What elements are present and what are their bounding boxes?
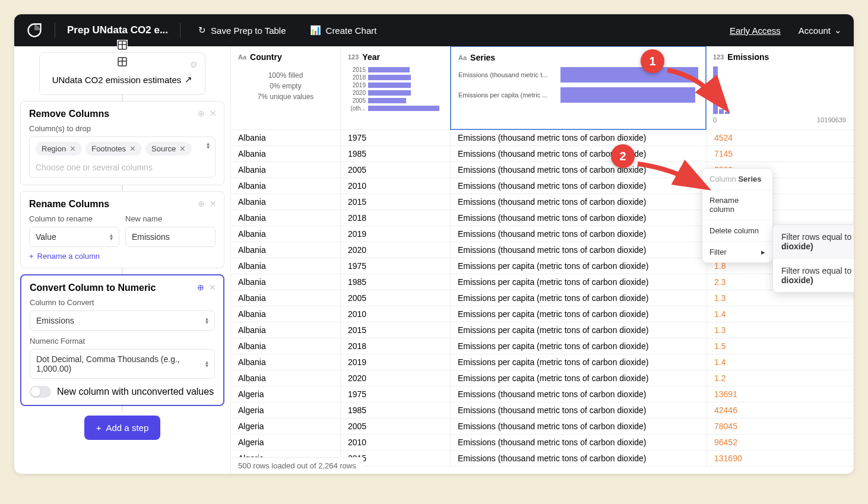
gear-icon[interactable]: ⚙ — [190, 60, 198, 69]
cell-emissions: 78045 — [707, 419, 854, 434]
early-access-link[interactable]: Early Access — [730, 26, 781, 36]
column-context-menu: Column Series Rename column Delete colum… — [702, 168, 773, 263]
cell-emissions: 13691 — [707, 386, 854, 402]
table-row[interactable]: Albania2005Emissions per capita (metric … — [231, 290, 854, 306]
cell-country: Albania — [231, 370, 341, 386]
step-convert-numeric[interactable]: ⊕ ✕ Convert Column to Numeric Column to … — [20, 274, 224, 406]
cell-country: Albania — [231, 178, 341, 194]
filter-option-1[interactable]: Filter rows equal to Emissions (thousand… — [773, 225, 854, 259]
target-icon[interactable]: ⊕ — [197, 283, 204, 292]
table-row[interactable]: Albania2018Emissions per capita (metric … — [231, 338, 854, 354]
column-select[interactable]: Value ▴▾ — [29, 227, 119, 247]
table-row[interactable]: Albania1985Emissions per capita (metric … — [231, 274, 854, 290]
close-icon[interactable]: ✕ — [210, 109, 217, 118]
chip-remove-icon[interactable]: ✕ — [69, 144, 76, 153]
create-chart-button[interactable]: 📊 Create Chart — [304, 21, 383, 39]
table-row[interactable]: Albania2020Emissions per capita (metric … — [231, 370, 854, 386]
column-header-year[interactable]: 123Year 20152018201920202005(oth... — [341, 46, 451, 129]
arrow-icon — [635, 159, 712, 195]
arrow-icon — [664, 64, 736, 118]
table-row[interactable]: Albania2019Emissions per capita (metric … — [231, 354, 854, 370]
target-icon[interactable]: ⊕ — [198, 109, 205, 118]
cell-country: Albania — [231, 322, 341, 338]
topbar: Prep UNdata CO2 e... ↻ Save Prep to Tabl… — [14, 14, 854, 46]
pipeline-sidebar: ⚙ UNdata CO2 emission estimates ↗ ⊕ ✕ Re… — [14, 46, 231, 474]
target-icon[interactable]: ⊕ — [198, 199, 205, 208]
cell-year: 2019 — [341, 354, 451, 370]
cell-country: Algeria — [231, 386, 341, 402]
close-icon[interactable]: ✕ — [209, 283, 216, 292]
filter-option-2[interactable]: Filter rows equal to Emissions per capit… — [773, 259, 854, 292]
cell-emissions: 96452 — [707, 435, 854, 450]
column-chip[interactable]: Source ✕ — [145, 142, 192, 156]
step-title: Convert Column to Numeric — [30, 283, 215, 293]
number-type-icon: 123 — [713, 53, 724, 61]
chip-remove-icon[interactable]: ✕ — [129, 144, 136, 153]
external-link-icon[interactable]: ↗ — [185, 74, 192, 85]
table-icon — [117, 40, 128, 50]
cell-emissions: 1.2 — [707, 370, 854, 386]
cell-year: 1975 — [341, 130, 451, 145]
cell-series: Emissions per capita (metric tons of car… — [451, 370, 707, 386]
context-filter[interactable]: Filter ▸ — [702, 242, 772, 262]
step-title: Rename Columns — [29, 199, 216, 210]
chip-remove-icon[interactable]: ✕ — [179, 144, 186, 153]
cell-emissions: 1.3 — [707, 322, 854, 338]
step-remove-columns[interactable]: ⊕ ✕ Remove Columns Column(s) to drop Reg… — [20, 101, 224, 185]
cell-series: Emissions (thousand metric tons of carbo… — [451, 130, 707, 145]
cell-series: Emissions (thousand metric tons of carbo… — [451, 419, 707, 434]
cell-series: Emissions (thousand metric tons of carbo… — [451, 386, 707, 402]
cell-series: Emissions per capita (metric tons of car… — [451, 274, 707, 290]
cell-year: 2020 — [341, 370, 451, 386]
chevron-down-icon: ⌄ — [834, 25, 842, 36]
cell-country: Albania — [231, 354, 341, 370]
callout-2: 2 — [611, 144, 635, 168]
table-icon — [117, 56, 128, 67]
close-icon[interactable]: ✕ — [210, 199, 217, 208]
table-row[interactable]: Algeria1985Emissions (thousand metric to… — [231, 402, 854, 419]
cell-year: 1985 — [341, 402, 451, 418]
cell-year: 2010 — [341, 306, 451, 322]
table-row[interactable]: Algeria2010Emissions (thousand metric to… — [231, 435, 854, 451]
context-menu-header: Column Series — [702, 169, 772, 190]
table-row[interactable]: Albania1975Emissions (thousand metric to… — [231, 130, 854, 146]
table-row[interactable]: Algeria2005Emissions (thousand metric to… — [231, 419, 854, 435]
context-delete[interactable]: Delete column — [702, 220, 772, 242]
cell-emissions: 7145 — [707, 146, 854, 161]
save-prep-button[interactable]: ↻ Save Prep to Table — [192, 21, 292, 39]
unconverted-toggle[interactable] — [30, 386, 51, 398]
cell-year: 2010 — [341, 435, 451, 450]
column-chip[interactable]: Footnotes ✕ — [85, 142, 142, 156]
new-name-input[interactable]: Emissions — [125, 227, 216, 247]
plus-icon: + — [29, 252, 34, 261]
cell-series: Emissions (thousand metric tons of carbo… — [451, 402, 707, 418]
column-chip[interactable]: Region ✕ — [36, 142, 82, 156]
account-menu[interactable]: Account ⌄ — [799, 25, 842, 36]
chevron-right-icon: ▸ — [761, 248, 765, 256]
add-step-button[interactable]: + Add a step — [84, 416, 160, 440]
cell-country: Albania — [231, 146, 341, 161]
table-row[interactable]: Albania1985Emissions (thousand metric to… — [231, 146, 854, 162]
cell-country: Algeria — [231, 402, 341, 418]
convert-column-select[interactable]: Emissions ▴▾ — [30, 310, 215, 331]
cell-year: 1985 — [341, 274, 451, 290]
cell-emissions: 42446 — [707, 402, 854, 418]
step-rename-columns[interactable]: ⊕ ✕ Rename Columns Column to rename Valu… — [20, 191, 224, 268]
cell-country: Albania — [231, 274, 341, 290]
app-frame: Prep UNdata CO2 e... ↻ Save Prep to Tabl… — [14, 14, 854, 474]
table-row[interactable]: Albania2015Emissions per capita (metric … — [231, 322, 854, 338]
cell-year: 2005 — [341, 290, 451, 306]
context-rename[interactable]: Rename column — [702, 190, 772, 220]
table-row[interactable]: Algeria1975Emissions (thousand metric to… — [231, 386, 854, 402]
source-card[interactable]: ⚙ UNdata CO2 emission estimates ↗ — [39, 52, 205, 95]
table-row[interactable]: Albania2010Emissions per capita (metric … — [231, 306, 854, 322]
field-label: Column(s) to drop — [29, 124, 216, 133]
add-rename-link[interactable]: + Rename a column — [29, 252, 216, 261]
cell-series: Emissions per capita (metric tons of car… — [451, 258, 707, 274]
cell-series: Emissions per capita (metric tons of car… — [451, 322, 707, 338]
cell-year: 2005 — [341, 162, 451, 177]
cell-series: Emissions (thousand metric tons of carbo… — [451, 210, 707, 226]
columns-multiselect[interactable]: Region ✕Footnotes ✕Source ✕ Choose one o… — [29, 137, 216, 177]
column-header-country[interactable]: AaCountry 100% filled 0% empty 7% unique… — [231, 46, 341, 129]
numeric-format-select[interactable]: Dot Decimal, Comma Thousands (e.g., 1,00… — [30, 349, 215, 379]
